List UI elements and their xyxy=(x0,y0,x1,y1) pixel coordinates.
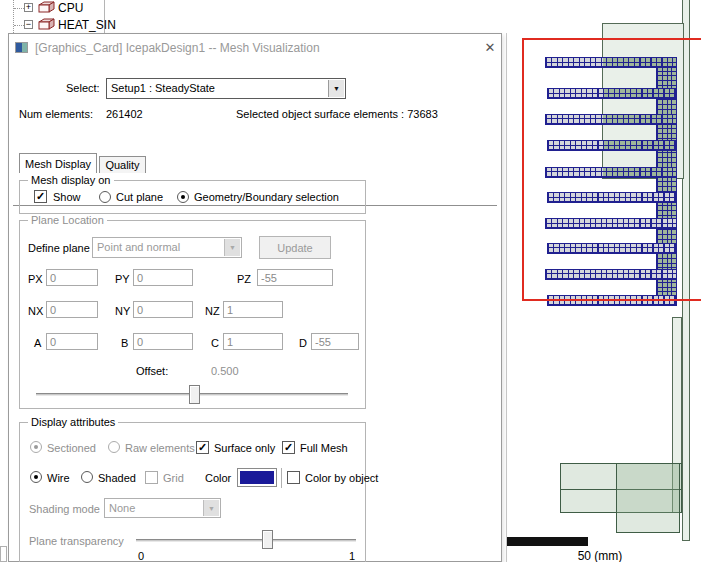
offset-slider-thumb xyxy=(189,385,200,404)
d-label: D xyxy=(299,337,307,349)
a-label: A xyxy=(34,337,41,349)
define-plane-select: Point and normal ▼ xyxy=(92,237,242,258)
tree-item-heat-sink[interactable]: HEAT_SIN xyxy=(58,18,116,32)
ny-label: NY xyxy=(115,305,130,317)
transparency-min-label: 0 xyxy=(138,550,144,562)
px-field: 0 xyxy=(46,269,98,286)
tab-quality[interactable]: Quality xyxy=(99,156,146,173)
display-attributes-group: Display attributes Sectioned Raw element… xyxy=(19,422,366,562)
chevron-down-icon[interactable]: ▼ xyxy=(328,80,344,97)
transparency-slider-track xyxy=(136,539,356,542)
nx-label: NX xyxy=(28,305,43,317)
define-plane-label: Define plane xyxy=(28,242,90,254)
window-icon xyxy=(15,42,28,53)
surface-only-label: Surface only xyxy=(214,442,275,454)
plane-location-group: Plane Location Define plane Point and no… xyxy=(19,220,366,409)
setup-select[interactable]: Setup1 : SteadyState ▼ xyxy=(106,78,346,99)
update-button: Update xyxy=(259,236,331,259)
cut-plane-label: Cut plane xyxy=(116,191,163,203)
setup-select-value: Setup1 : SteadyState xyxy=(111,82,215,94)
tab-mesh-display[interactable]: Mesh Display xyxy=(19,153,97,173)
full-mesh-label: Full Mesh xyxy=(300,442,348,454)
show-checkbox[interactable]: ✓ xyxy=(34,190,47,203)
sectioned-label: Sectioned xyxy=(47,442,96,454)
num-elements-label: Num elements: xyxy=(19,108,93,120)
a-field: 0 xyxy=(46,333,98,350)
plane-location-legend: Plane Location xyxy=(28,214,107,226)
define-plane-value: Point and normal xyxy=(97,241,180,253)
chevron-down-icon: ▼ xyxy=(224,239,240,256)
surface-only-checkbox[interactable]: ✓ xyxy=(196,441,209,454)
mesh-display-group-legend: Mesh display on xyxy=(28,174,114,186)
pz-field: -55 xyxy=(257,269,333,286)
tree-connector xyxy=(14,25,24,26)
offset-value: 0.500 xyxy=(211,365,239,377)
sectioned-radio xyxy=(30,441,42,453)
pz-label: PZ xyxy=(237,273,251,285)
transparency-max-label: 1 xyxy=(349,550,355,562)
nx-field: 0 xyxy=(46,301,98,318)
application-window: 50 (mm) + CPU − HEAT_SIN [Graphics_Card]… xyxy=(0,0,701,562)
offset-label: Offset: xyxy=(136,365,168,377)
mesh-display-group: Mesh display on ✓ Show Cut plane Geometr… xyxy=(19,180,366,214)
dialog-titlebar[interactable]: [Graphics_Card] IcepakDesign1 -- Mesh Vi… xyxy=(9,34,501,60)
color-label: Color xyxy=(205,472,231,484)
raw-elements-radio xyxy=(108,441,120,453)
tree-guide-line xyxy=(13,0,14,33)
pane-divider xyxy=(506,33,507,562)
chevron-down-icon: ▼ xyxy=(203,500,219,516)
geometry-selection-label: Geometry/Boundary selection xyxy=(194,191,339,203)
dialog-title: [Graphics_Card] IcepakDesign1 -- Mesh Vi… xyxy=(35,41,320,55)
close-icon[interactable]: ✕ xyxy=(479,38,501,58)
tree-connector xyxy=(14,8,24,9)
wire-label: Wire xyxy=(47,472,70,484)
object-3d-icon xyxy=(38,1,55,14)
shaded-radio[interactable] xyxy=(81,471,93,483)
py-field: 0 xyxy=(133,269,193,286)
collapse-icon[interactable]: − xyxy=(24,20,33,29)
shading-mode-label: Shading mode xyxy=(29,503,100,515)
px-label: PX xyxy=(28,273,43,285)
c-label: C xyxy=(211,337,219,349)
geometry-selection-radio[interactable] xyxy=(177,191,189,203)
cut-plane-radio[interactable] xyxy=(99,191,111,203)
tree-item-cpu[interactable]: CPU xyxy=(58,1,83,15)
object-3d-icon xyxy=(38,18,55,31)
b-field: 0 xyxy=(133,333,193,350)
display-attributes-legend: Display attributes xyxy=(28,416,118,428)
num-elements-value: 261402 xyxy=(106,108,143,120)
b-label: B xyxy=(121,337,128,349)
color-by-object-label: Color by object xyxy=(305,472,378,484)
surface-elements-label: Selected object surface elements : 73683 xyxy=(236,108,438,120)
full-mesh-checkbox[interactable]: ✓ xyxy=(282,441,295,454)
scale-bar xyxy=(507,537,588,546)
wire-radio[interactable] xyxy=(30,471,42,483)
c-field: 1 xyxy=(223,333,283,350)
color-swatch-value xyxy=(240,471,274,484)
color-by-object-checkbox[interactable] xyxy=(287,471,300,484)
select-label: Select: xyxy=(66,82,100,94)
shading-mode-value: None xyxy=(109,502,135,514)
grid-label: Grid xyxy=(163,472,184,484)
expand-icon[interactable]: + xyxy=(24,3,33,12)
shaded-label: Shaded xyxy=(98,472,136,484)
raw-elements-label: Raw elements xyxy=(125,442,195,454)
show-label: Show xyxy=(53,191,81,203)
py-label: PY xyxy=(115,273,130,285)
corner-widget xyxy=(0,546,7,562)
nz-field: 1 xyxy=(223,301,283,318)
plane-transparency-label: Plane transparency xyxy=(29,535,124,547)
transparency-slider-thumb xyxy=(262,530,273,549)
nz-label: NZ xyxy=(205,305,220,317)
d-field: -55 xyxy=(311,333,359,350)
shading-mode-select: None ▼ xyxy=(104,498,221,518)
scale-label: 50 (mm) xyxy=(560,549,640,562)
grid-checkbox xyxy=(145,471,158,484)
color-swatch-button[interactable] xyxy=(237,468,277,487)
ny-field: 0 xyxy=(133,301,193,318)
swatch-separator xyxy=(281,468,282,488)
selection-highlight-rect xyxy=(522,38,701,301)
project-tree: + CPU − HEAT_SIN xyxy=(0,0,510,33)
mesh-visualization-dialog: [Graphics_Card] IcepakDesign1 -- Mesh Vi… xyxy=(8,33,502,562)
